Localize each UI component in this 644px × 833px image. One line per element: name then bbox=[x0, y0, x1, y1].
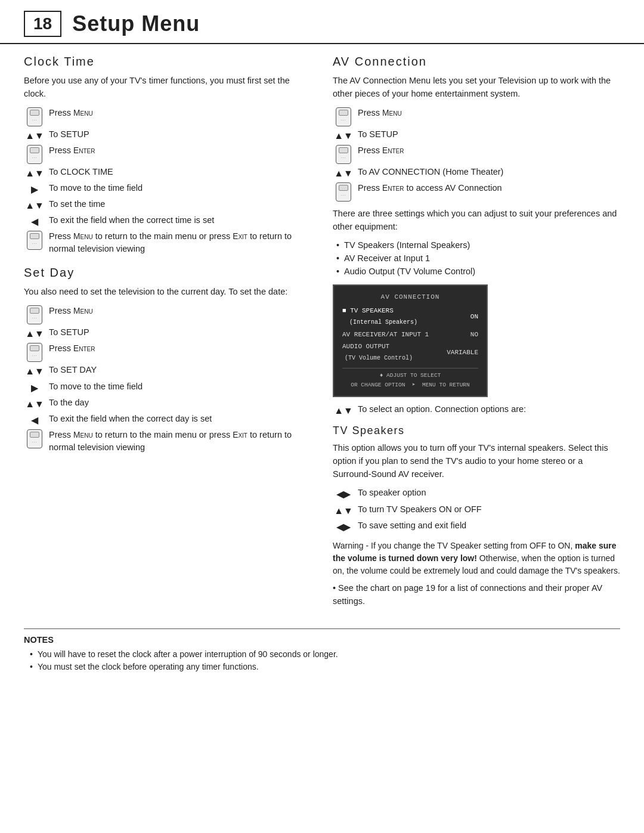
note-item: You must set the clock before operating … bbox=[30, 661, 620, 673]
right-column: AV Connection The AV Connection Menu let… bbox=[333, 55, 620, 614]
instr-text: Press Menu bbox=[49, 305, 311, 317]
left-arrow-icon: ◀ bbox=[24, 215, 45, 228]
instr-text: To move to the time field bbox=[49, 380, 311, 393]
instr-text: Press Enter to access AV Connection bbox=[358, 182, 620, 194]
instr-text: To SETUP bbox=[49, 128, 311, 141]
updown-arrow-icon: ▲▼ bbox=[333, 166, 354, 180]
lr-arrow-icon: ◀▶ bbox=[333, 487, 354, 501]
list-item: AV Receiver at Input 1 bbox=[336, 252, 620, 265]
list-item: TV Speakers (Internal Speakers) bbox=[336, 239, 620, 252]
page-title: Setup Menu bbox=[72, 11, 200, 36]
updown-arrow-icon: ▲▼ bbox=[24, 397, 45, 411]
list-item: Press Menu to return to the main menu or… bbox=[24, 230, 311, 255]
list-item: Press Enter to access AV Connection bbox=[333, 182, 620, 202]
screen-row-value: ON bbox=[470, 311, 478, 323]
av-screen-row-av-receiver: AV RECEIVER/AT INPUT 1 NO bbox=[342, 329, 478, 341]
instr-text: To set the time bbox=[49, 198, 311, 210]
updown-arrow-icon: ▲▼ bbox=[24, 199, 45, 212]
instr-text: To select an option. Connection options … bbox=[358, 403, 620, 416]
remote-icon bbox=[24, 231, 45, 250]
av-select-instruction: ▲▼ To select an option. Connection optio… bbox=[333, 403, 620, 417]
remote-icon bbox=[24, 305, 45, 324]
tv-speakers-intro: This option allows you to turn off your … bbox=[333, 442, 620, 481]
list-item: ◀▶ To speaker option bbox=[333, 487, 620, 501]
updown-arrow-icon: ▲▼ bbox=[333, 504, 354, 518]
tv-speakers-warning: Warning - If you change the TV Speaker s… bbox=[333, 540, 620, 577]
list-item: ◀ To exit the field when the correct tim… bbox=[24, 214, 311, 228]
list-item: ▶ To move to the time field bbox=[24, 380, 311, 395]
notes-section: NOTES You will have to reset the clock a… bbox=[24, 628, 620, 673]
tv-speakers-chart-note: • See the chart on page 19 for a list of… bbox=[333, 582, 620, 608]
remote-icon bbox=[24, 343, 45, 362]
list-item: Press Menu bbox=[333, 107, 620, 126]
content-area: Clock Time Before you use any of your TV… bbox=[0, 55, 644, 614]
updown-arrow-icon: ▲▼ bbox=[333, 404, 354, 417]
warning-label: Warning bbox=[333, 541, 364, 550]
setting-label: AV Receiver at Input 1 bbox=[344, 252, 430, 265]
list-item: ◀ To exit the field when the correct day… bbox=[24, 413, 311, 427]
screen-row-label: ■ TV SPEAKERS(Internal Speakers) bbox=[342, 305, 417, 327]
remote-icon bbox=[333, 145, 354, 164]
instr-text: To exit the field when the correct time … bbox=[49, 214, 311, 227]
list-item: Press Menu to return to the main menu or… bbox=[24, 429, 311, 454]
instr-text: Press Enter bbox=[49, 144, 311, 157]
left-column: Clock Time Before you use any of your TV… bbox=[24, 55, 311, 614]
list-item: ▲▼ To AV CONNECTION (Home Theater) bbox=[333, 166, 620, 180]
instr-text: Press Menu to return to the main menu or… bbox=[49, 429, 311, 454]
list-item: ▶ To move to the time field bbox=[24, 182, 311, 196]
page-number: 18 bbox=[24, 11, 61, 37]
instr-text: To the day bbox=[49, 397, 311, 409]
tv-speakers-instructions: ◀▶ To speaker option ▲▼ To turn TV Speak… bbox=[333, 487, 620, 534]
list-item: ▲▼ To SETUP bbox=[24, 128, 311, 143]
list-item: Press Menu bbox=[24, 305, 311, 324]
tv-speakers-title: TV Speakers bbox=[333, 425, 620, 437]
set-day-intro: You also need to set the television to t… bbox=[24, 286, 311, 299]
list-item: ▲▼ To CLOCK TIME bbox=[24, 166, 311, 180]
right-arrow-icon: ▶ bbox=[24, 381, 45, 395]
clock-time-instructions: Press Menu ▲▼ To SETUP Press Enter ▲▼ To… bbox=[24, 107, 311, 256]
av-connection-screen: AV CONNECTION ■ TV SPEAKERS(Internal Spe… bbox=[333, 284, 488, 397]
remote-icon bbox=[24, 145, 45, 164]
clock-time-title: Clock Time bbox=[24, 55, 311, 69]
remote-icon bbox=[333, 107, 354, 126]
instr-text: To CLOCK TIME bbox=[49, 166, 311, 178]
screen-row-label: AV RECEIVER/AT INPUT 1 bbox=[342, 329, 429, 340]
screen-row-value: VARIABLE bbox=[447, 347, 478, 358]
remote-icon bbox=[24, 429, 45, 448]
remote-icon bbox=[333, 182, 354, 202]
av-screen-row-tv-speakers: ■ TV SPEAKERS(Internal Speakers) ON bbox=[342, 305, 478, 328]
clock-time-section: Clock Time Before you use any of your TV… bbox=[24, 55, 311, 255]
list-item: Press Enter bbox=[24, 144, 311, 164]
updown-arrow-icon: ▲▼ bbox=[24, 327, 45, 340]
notes-list: You will have to reset the clock after a… bbox=[30, 648, 620, 673]
list-item: ▲▼ To SETUP bbox=[24, 326, 311, 340]
list-item: Press Enter bbox=[24, 342, 311, 362]
left-arrow-icon: ◀ bbox=[24, 413, 45, 427]
instr-text: Press Enter bbox=[49, 342, 311, 355]
list-item: ▲▼ To turn TV Speakers ON or OFF bbox=[333, 503, 620, 518]
instr-text: To move to the time field bbox=[49, 182, 311, 194]
tv-speakers-section: TV Speakers This option allows you to tu… bbox=[333, 425, 620, 608]
updown-arrow-icon: ▲▼ bbox=[333, 129, 354, 143]
list-item: ◀▶ To save setting and exit field bbox=[333, 519, 620, 534]
updown-arrow-icon: ▲▼ bbox=[24, 364, 45, 378]
av-screen-title: AV CONNECTION bbox=[342, 292, 478, 303]
av-connection-instructions: Press Menu ▲▼ To SETUP Press Enter ▲▼ To… bbox=[333, 107, 620, 202]
setting-label: TV Speakers (Internal Speakers) bbox=[344, 239, 470, 252]
list-item: ▲▼ To SETUP bbox=[333, 128, 620, 143]
lr-arrow-icon: ◀▶ bbox=[333, 520, 354, 534]
instr-text: To speaker option bbox=[358, 487, 620, 499]
av-connection-title: AV Connection bbox=[333, 55, 620, 69]
av-settings-list: TV Speakers (Internal Speakers) AV Recei… bbox=[336, 239, 620, 278]
av-connection-intro: The AV Connection Menu lets you set your… bbox=[333, 75, 620, 101]
setting-label: Audio Output (TV Volume Control) bbox=[344, 265, 475, 278]
settings-intro: There are three settings which you can a… bbox=[333, 208, 620, 234]
instr-text: To SET DAY bbox=[49, 364, 311, 376]
instr-text: Press Menu bbox=[49, 107, 311, 119]
instr-text: To exit the field when the correct day i… bbox=[49, 413, 311, 425]
screen-row-label: AUDIO OUTPUT(TV Volume Control) bbox=[342, 341, 413, 363]
page-header: 18 Setup Menu bbox=[0, 0, 644, 44]
av-connection-section: AV Connection The AV Connection Menu let… bbox=[333, 55, 620, 417]
list-item: ▲▼ To the day bbox=[24, 397, 311, 411]
instr-text: To AV CONNECTION (Home Theater) bbox=[358, 166, 620, 178]
